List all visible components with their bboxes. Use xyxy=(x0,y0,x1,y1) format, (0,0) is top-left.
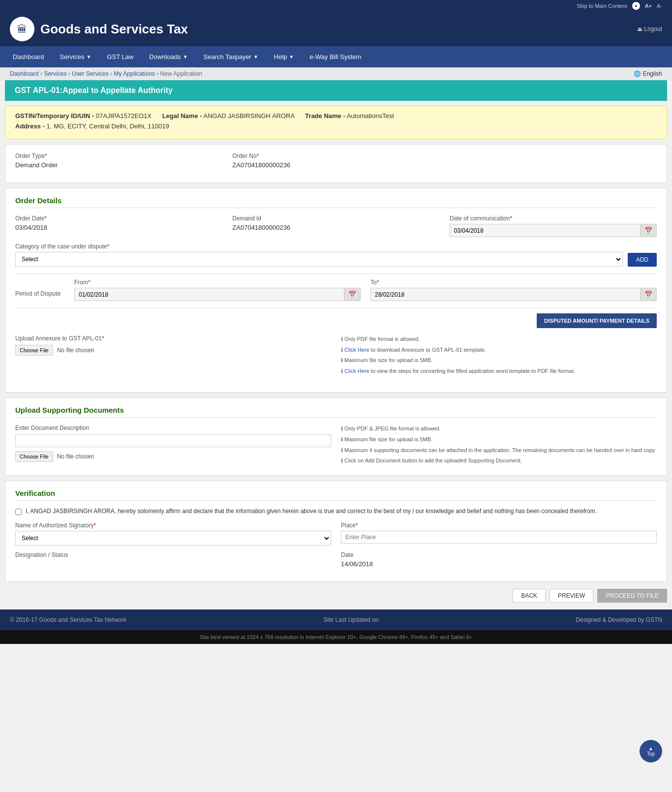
annexure-info-1: Only PDF file format is allowed. xyxy=(341,335,657,344)
address-label: Address - xyxy=(15,122,45,130)
trade-value: AutomationsTest xyxy=(347,112,394,120)
main-nav: Dashboard Services ▼ GST Law Downloads ▼… xyxy=(0,46,672,67)
period-row: Period of Dispute From* 📅 To* 📅 xyxy=(15,279,657,301)
site-title: Goods and Services Tax xyxy=(40,22,188,37)
breadcrumb-bar: Dashboard › Services › User Services › M… xyxy=(0,67,672,80)
order-details-section: Order Details Order Date* 03/04/2018 Dem… xyxy=(5,188,667,393)
declaration-text: I, ANGAD JASBIRSINGH ARORA, hereby solom… xyxy=(26,508,597,515)
doc-calendar-icon[interactable]: 📅 xyxy=(640,224,656,237)
order-date-group: Order Date* 03/04/2018 xyxy=(15,215,222,237)
order-type-group: Order Type* Demand Order xyxy=(15,152,222,169)
legal-value: ANGAD JASBIRSINGH ARORA xyxy=(203,112,294,120)
from-label: From* xyxy=(74,279,361,286)
verification-section: Verification I, ANGAD JASBIRSINGH ARORA,… xyxy=(5,481,667,582)
demand-id-label: Demand Id xyxy=(232,215,439,222)
nav-services[interactable]: Services ▼ xyxy=(52,46,99,67)
from-date-input[interactable] xyxy=(75,289,344,301)
from-date-wrapper[interactable]: 📅 xyxy=(74,288,361,301)
disputed-amount-button[interactable]: DISPUTED AMOUNT/ PAYMENT DETAILS xyxy=(537,313,657,328)
order-type-value: Demand Order xyxy=(15,161,222,169)
to-date-wrapper[interactable]: 📅 xyxy=(370,288,657,301)
docs-info-1: Only PDF & JPEG file format is allowed. xyxy=(341,425,657,433)
upload-annexure-left: Upload Annexure to GST APL-01* Choose Fi… xyxy=(15,335,331,377)
font-decrease[interactable]: A- xyxy=(657,3,662,9)
declaration-row: I, ANGAD JASBIRSINGH ARORA, hereby solom… xyxy=(15,508,657,515)
date-label: Date xyxy=(341,551,657,558)
doc-date-input[interactable] xyxy=(450,225,640,237)
upload-annexure-wrapper: Choose File No file chosen xyxy=(15,345,331,356)
preview-button[interactable]: PREVIEW xyxy=(550,589,593,603)
docs-info-2: Maximum file size for upload is 5MB. xyxy=(341,435,657,444)
add-button[interactable]: ADD xyxy=(628,253,657,267)
font-increase[interactable]: A+ xyxy=(645,3,652,9)
upload-docs-title: Upload Supporting Documents xyxy=(15,406,657,418)
order-no-group: Order No* ZA07041800000236 xyxy=(232,152,439,169)
breadcrumb-services[interactable]: Services xyxy=(44,70,66,77)
nav-gst-law[interactable]: GST Law xyxy=(99,46,141,67)
category-label: Category of the case under dispute* xyxy=(15,243,623,250)
annexure-info-4: Click Here to view the steps for convert… xyxy=(341,367,657,376)
nav-help[interactable]: Help ▼ xyxy=(266,46,302,67)
designation-group: Designation / Status xyxy=(15,551,331,568)
order-details-title: Order Details xyxy=(15,196,657,208)
choose-file-docs-button[interactable]: Choose File xyxy=(15,451,53,462)
place-group: Place* xyxy=(341,522,657,546)
place-label: Place* xyxy=(341,522,657,529)
gstin-value: 07AJIPA1572EO1X xyxy=(96,112,152,120)
proceed-button[interactable]: PROCEED TO FILE xyxy=(597,589,667,603)
sig-row: Name of Authorized Signatory* Select Pla… xyxy=(15,522,657,546)
doc-date-wrapper[interactable]: 📅 xyxy=(450,224,657,237)
click-here-2[interactable]: Click Here xyxy=(344,368,369,374)
category-select[interactable]: Select xyxy=(15,252,623,267)
breadcrumb-current: New Application xyxy=(160,70,202,77)
click-here-1[interactable]: Click Here xyxy=(344,347,369,353)
upload-annexure-label: Upload Annexure to GST APL-01* xyxy=(15,335,331,342)
order-section: Order Type* Demand Order Order No* ZA070… xyxy=(5,144,667,183)
signatory-label: Name of Authorized Signatory* xyxy=(15,522,331,529)
legal-label: Legal Name - xyxy=(162,112,202,120)
language-selector[interactable]: 🌐 English xyxy=(634,70,662,77)
to-date-input[interactable] xyxy=(371,289,640,301)
doc-desc-label: Enter Document Description xyxy=(15,425,331,431)
category-row: Category of the case under dispute* Sele… xyxy=(15,243,657,267)
nav-downloads[interactable]: Downloads ▼ xyxy=(141,46,195,67)
nav-eway[interactable]: e-Way Bill System xyxy=(302,46,369,67)
address-value: 1, MG, ECITY, Central Delhi, Delhi, 1100… xyxy=(47,122,169,130)
logo: 🏛 xyxy=(10,17,34,41)
back-button[interactable]: BACK xyxy=(513,589,546,603)
designation-label: Designation / Status xyxy=(15,551,331,558)
to-calendar-icon[interactable]: 📅 xyxy=(640,288,656,301)
docs-info-4: Click on Add Document button to add the … xyxy=(341,457,657,465)
skip-link[interactable]: Skip to Main Content xyxy=(577,3,627,9)
upload-annexure-cols: Upload Annexure to GST APL-01* Choose Fi… xyxy=(15,335,657,377)
taxpayer-row-1: GSTIN/Temporary ID/UIN - 07AJIPA1572EO1X… xyxy=(15,112,657,120)
taxpayer-row-2: Address - 1, MG, ECITY, Central Delhi, D… xyxy=(15,122,657,130)
nav-dashboard[interactable]: Dashboard xyxy=(5,46,52,67)
browser-note: Site best viewed at 1024 x 768 resolutio… xyxy=(200,634,472,640)
doc-group: Date of communication* 📅 xyxy=(450,215,657,237)
logout-button[interactable]: ⏏ Logout xyxy=(637,26,662,32)
annexure-info-3: Maximum file size for upload is 5MB. xyxy=(341,356,657,365)
choose-file-annexure-button[interactable]: Choose File xyxy=(15,345,53,356)
breadcrumb-user-services[interactable]: User Services xyxy=(72,70,109,77)
verification-title: Verification xyxy=(15,489,657,501)
doc-description-input[interactable] xyxy=(15,434,331,447)
trade-label: Trade Name - xyxy=(305,112,345,120)
place-input[interactable] xyxy=(341,531,657,544)
nav-search-taxpayer[interactable]: Search Taxpayer ▼ xyxy=(196,46,266,67)
order-no-value: ZA07041800000236 xyxy=(232,161,439,169)
signatory-select[interactable]: Select xyxy=(15,531,331,546)
signatory-group: Name of Authorized Signatory* Select xyxy=(15,522,331,546)
order-date-value: 03/04/2018 xyxy=(15,224,222,231)
demand-id-value: ZA07041800000236 xyxy=(232,224,439,231)
footer-designed: Designed & Developed by GSTN xyxy=(576,616,662,623)
contrast-toggle[interactable]: ● xyxy=(632,2,640,10)
breadcrumb: Dashboard › Services › User Services › M… xyxy=(10,70,202,77)
breadcrumb-my-applications[interactable]: My Applications xyxy=(114,70,154,77)
from-calendar-icon[interactable]: 📅 xyxy=(344,288,360,301)
to-group: To* 📅 xyxy=(370,279,657,301)
upload-docs-wrapper: Choose File No file chosen xyxy=(15,451,331,462)
date-group: Date 14/06/2018 xyxy=(341,551,657,568)
declaration-checkbox[interactable] xyxy=(15,509,22,515)
breadcrumb-dashboard[interactable]: Dashboard xyxy=(10,70,39,77)
